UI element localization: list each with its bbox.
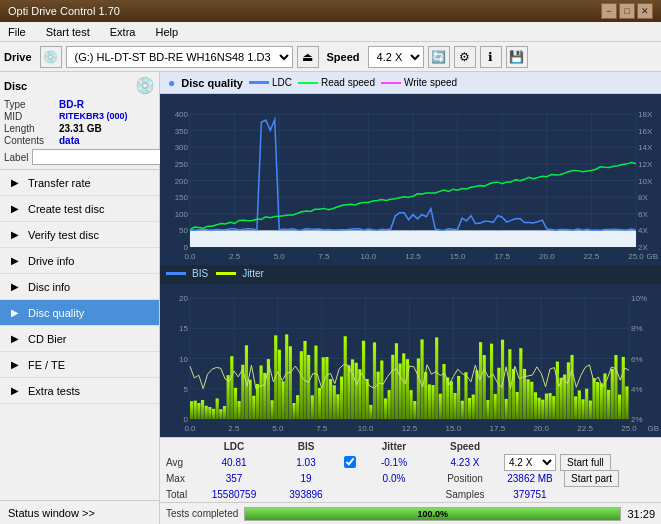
lower-chart — [160, 284, 661, 437]
position-label: Position — [430, 473, 500, 484]
avg-bis: 1.03 — [270, 457, 342, 468]
drive-toolbar: Drive 💿 (G:) HL-DT-ST BD-RE WH16NS48 1.D… — [0, 42, 661, 72]
sidebar-label-disc-quality: Disc quality — [28, 307, 84, 319]
upper-chart — [160, 94, 661, 265]
extra-tests-icon: ▶ — [8, 384, 22, 398]
info-button[interactable]: ℹ — [480, 46, 502, 68]
length-value: 23.31 GB — [59, 123, 102, 134]
sidebar-item-disc-quality[interactable]: ▶Disc quality — [0, 300, 159, 326]
type-value: BD-R — [59, 99, 84, 110]
start-part-button[interactable]: Start part — [564, 470, 619, 487]
legend-ldc: LDC — [249, 77, 292, 88]
stats-total-row: Total 15580759 393896 Samples 379751 — [160, 486, 661, 502]
transfer-rate-icon: ▶ — [8, 176, 22, 190]
window-controls: − □ ✕ — [601, 3, 653, 19]
stats-max-row: Max 357 19 0.0% Position 23862 MB Start … — [160, 470, 661, 486]
legend-write-speed: Write speed — [381, 77, 457, 88]
samples-value: 379751 — [500, 489, 560, 500]
stats-avg-row: Avg 40.81 1.03 -0.1% 4.23 X 4.2 X Start … — [160, 454, 661, 470]
disc-panel-title: Disc — [4, 80, 27, 92]
speed-label: Speed — [327, 51, 360, 63]
status-text: Tests completed — [166, 508, 238, 519]
maximize-button[interactable]: □ — [619, 3, 635, 19]
sidebar-label-create-test-disc: Create test disc — [28, 203, 104, 215]
sidebar-item-extra-tests[interactable]: ▶Extra tests — [0, 378, 159, 404]
max-label: Max — [166, 473, 198, 484]
bis-header: BIS — [270, 441, 342, 452]
close-button[interactable]: ✕ — [637, 3, 653, 19]
sidebar-label-disc-info: Disc info — [28, 281, 70, 293]
minimize-button[interactable]: − — [601, 3, 617, 19]
avg-label: Avg — [166, 457, 198, 468]
drive-info-icon: ▶ — [8, 254, 22, 268]
total-bis: 393896 — [270, 489, 342, 500]
sidebar-label-drive-info: Drive info — [28, 255, 74, 267]
disc-panel-icon: 💿 — [135, 76, 155, 95]
sidebar-item-drive-info[interactable]: ▶Drive info — [0, 248, 159, 274]
settings-button[interactable]: ⚙ — [454, 46, 476, 68]
dq-icon: ● — [168, 76, 175, 90]
progress-percent: 100.0% — [418, 509, 449, 519]
drive-select[interactable]: (G:) HL-DT-ST BD-RE WH16NS48 1.D3 — [66, 46, 293, 68]
eject-button[interactable]: ⏏ — [297, 46, 319, 68]
sidebar-label-extra-tests: Extra tests — [28, 385, 80, 397]
length-label: Length — [4, 123, 59, 134]
speed-header: Speed — [430, 441, 500, 452]
menu-file[interactable]: File — [4, 24, 30, 40]
contents-value: data — [59, 135, 80, 146]
lower-chart-header: BIS Jitter — [160, 266, 661, 281]
sidebar-label-transfer-rate: Transfer rate — [28, 177, 91, 189]
sidebar-item-verify-test-disc[interactable]: ▶Verify test disc — [0, 222, 159, 248]
type-label: Type — [4, 99, 59, 110]
disc-info-panel: Disc 💿 Type BD-R MID RITEKBR3 (000) Leng… — [0, 72, 159, 170]
contents-label: Contents — [4, 135, 59, 146]
speed-select[interactable]: 4.2 X — [368, 46, 424, 68]
sidebar-label-cd-bier: CD Bier — [28, 333, 67, 345]
sidebar-item-fe-te[interactable]: ▶FE / TE — [0, 352, 159, 378]
save-button[interactable]: 💾 — [506, 46, 528, 68]
drive-icon: 💿 — [40, 46, 62, 68]
label-input[interactable] — [32, 149, 161, 165]
samples-label: Samples — [430, 489, 500, 500]
menu-start-test[interactable]: Start test — [42, 24, 94, 40]
progress-time: 31:29 — [627, 508, 655, 520]
start-full-button[interactable]: Start full — [560, 454, 611, 471]
legend-read-speed: Read speed — [298, 77, 375, 88]
legend-jitter: Jitter — [216, 268, 264, 279]
max-jitter: 0.0% — [358, 473, 430, 484]
sidebar-item-cd-bier[interactable]: ▶CD Bier — [0, 326, 159, 352]
status-window-button[interactable]: Status window >> — [0, 500, 159, 524]
disc-quality-icon: ▶ — [8, 306, 22, 320]
ldc-header: LDC — [198, 441, 270, 452]
content-area: ● Disc quality LDC Read speed Write spee… — [160, 72, 661, 524]
jitter-header: Jitter — [358, 441, 430, 452]
speed-combo[interactable]: 4.2 X — [504, 454, 556, 471]
disc-quality-header: ● Disc quality LDC Read speed Write spee… — [160, 72, 661, 94]
avg-ldc: 40.81 — [198, 457, 270, 468]
menu-bar: File Start test Extra Help — [0, 22, 661, 42]
app-title: Opti Drive Control 1.70 — [8, 5, 120, 17]
total-ldc: 15580759 — [198, 489, 270, 500]
menu-help[interactable]: Help — [151, 24, 182, 40]
main-content: Disc 💿 Type BD-R MID RITEKBR3 (000) Leng… — [0, 72, 661, 524]
bottom-panel: LDC BIS Jitter Speed Avg 40.81 1.03 -0.1… — [160, 437, 661, 524]
cd-bier-icon: ▶ — [8, 332, 22, 346]
mid-value: RITEKBR3 (000) — [59, 111, 128, 122]
jitter-checkbox[interactable] — [344, 456, 356, 468]
disc-info-icon: ▶ — [8, 280, 22, 294]
position-value: 23862 MB — [500, 473, 560, 484]
sidebar-item-disc-info[interactable]: ▶Disc info — [0, 274, 159, 300]
total-label: Total — [166, 489, 198, 500]
sidebar-item-transfer-rate[interactable]: ▶Transfer rate — [0, 170, 159, 196]
dq-title: Disc quality — [181, 77, 243, 89]
fe-te-icon: ▶ — [8, 358, 22, 372]
progress-row: Tests completed 100.0% 31:29 — [160, 502, 661, 524]
speed-value: 4.23 X — [430, 457, 500, 468]
menu-extra[interactable]: Extra — [106, 24, 140, 40]
mid-label: MID — [4, 111, 59, 122]
verify-test-disc-icon: ▶ — [8, 228, 22, 242]
label-label: Label — [4, 152, 28, 163]
max-ldc: 357 — [198, 473, 270, 484]
refresh-button[interactable]: 🔄 — [428, 46, 450, 68]
sidebar-item-create-test-disc[interactable]: ▶Create test disc — [0, 196, 159, 222]
